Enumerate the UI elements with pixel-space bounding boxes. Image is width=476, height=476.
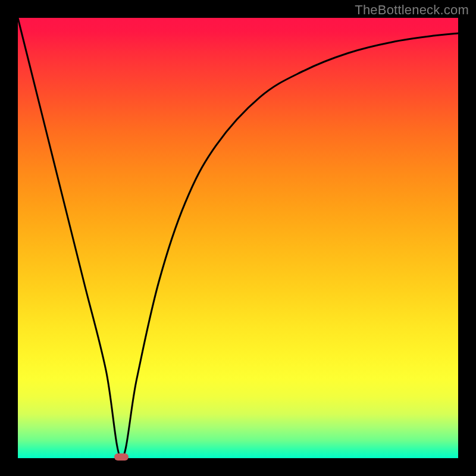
watermark-text: TheBottleneck.com [355, 2, 469, 18]
gradient-plot-area [18, 18, 458, 458]
bottleneck-curve [18, 18, 458, 458]
optimal-point-marker [114, 453, 129, 461]
chart-frame: TheBottleneck.com [0, 0, 476, 476]
